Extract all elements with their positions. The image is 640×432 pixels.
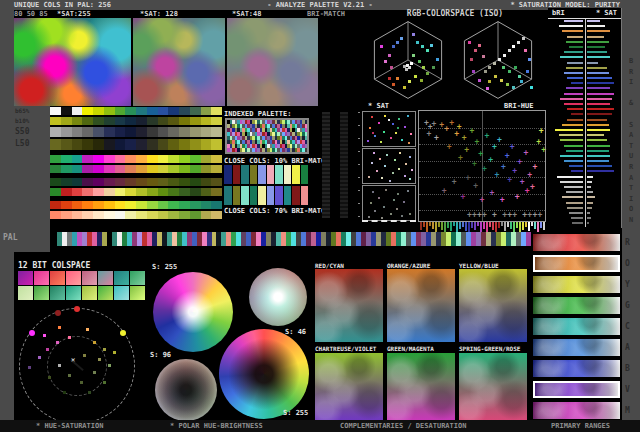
sorted-bars-panel — [50, 107, 222, 225]
hue-point: + — [482, 166, 487, 172]
blob-texture — [533, 360, 620, 377]
colorspace-dot — [418, 60, 421, 63]
scatter-dot — [373, 152, 375, 154]
scatter-dot — [384, 115, 386, 117]
primary-range-strip-G — [533, 297, 620, 314]
colspace12-tile — [114, 271, 129, 285]
close-col-block — [250, 165, 258, 184]
scatter-dot — [371, 116, 373, 118]
histogram-tick — [480, 222, 482, 232]
bar-segment — [115, 127, 126, 137]
bar-segment — [179, 188, 190, 196]
bar-segment — [115, 178, 126, 186]
close-col-block — [292, 186, 300, 205]
bar-segment — [104, 155, 115, 163]
hue-saturation-circle: ✕ — [17, 306, 137, 426]
colorspace-dot — [426, 72, 429, 75]
bar-segment — [82, 211, 93, 219]
bri-bar — [567, 77, 582, 79]
bar-segment — [168, 165, 179, 173]
bar-segment — [104, 178, 115, 186]
scatter-dot — [370, 202, 372, 204]
bar-segment — [115, 165, 126, 173]
footer-primary-ranges: PRIMARY RANGES — [551, 420, 610, 432]
desaturation-overlay — [133, 18, 225, 106]
colorspace-dot — [498, 58, 501, 61]
histogram-tick — [531, 222, 533, 226]
bar-segment — [93, 117, 104, 125]
complementary-label: CHARTREUSE/VIOLET — [315, 345, 376, 352]
histogram-tick — [447, 222, 449, 228]
bri-match-label: BRI-MATCH — [307, 10, 345, 18]
bar-segment — [104, 139, 115, 150]
pal-label: PAL — [3, 233, 17, 242]
bar-label-L50: L50 — [15, 139, 29, 148]
bar-segment — [179, 127, 190, 137]
bar-segment — [125, 117, 136, 125]
primary-range-letter-B: B — [625, 364, 637, 373]
bri-saturation-vertical-label: BRI & SATURATION — [624, 56, 638, 226]
hue-sat-dot — [103, 381, 106, 384]
sat-bar — [587, 181, 592, 183]
scatter-dot — [397, 193, 399, 195]
polar-circle-s255-top — [153, 272, 233, 352]
hue-point: + — [442, 188, 447, 194]
bar-segment — [115, 188, 126, 196]
bar-segment — [72, 155, 83, 163]
palette-strip[interactable] — [52, 232, 530, 246]
bar-segment — [82, 165, 93, 173]
pal-strip-cell[interactable] — [526, 232, 531, 246]
bri-bar — [569, 212, 583, 214]
colspace12-tile — [18, 286, 33, 300]
hue-point: + — [501, 164, 506, 170]
scatter-dot — [385, 189, 387, 191]
sat-bar — [587, 222, 590, 224]
bri-hue-panel: ++++++++++++++++++++++++++++++++++++++++… — [418, 110, 546, 222]
close-col-block — [284, 165, 292, 184]
bri-bar — [566, 87, 583, 89]
colorspace-dot — [508, 70, 511, 73]
sat-bar — [587, 98, 613, 100]
bar-segment — [93, 155, 104, 163]
bar-segment — [201, 155, 212, 163]
bar-segment — [168, 127, 179, 137]
histogram-tick — [525, 222, 527, 227]
bri-bar — [564, 51, 583, 53]
palette-bar — [50, 211, 222, 219]
colorspace-dot — [512, 45, 515, 48]
scatter-dot — [401, 215, 403, 217]
sat-bar — [587, 139, 607, 141]
bar-segment — [211, 165, 222, 173]
hue-sat-dot — [93, 341, 96, 344]
bar-segment — [158, 117, 169, 125]
close-cols-row-70 — [224, 186, 308, 205]
polar-label-2: S: 46 — [285, 328, 306, 336]
colorspace-dot — [392, 45, 395, 48]
palette-cell[interactable] — [305, 148, 308, 152]
scatter-dot — [381, 177, 383, 179]
close-col-block — [284, 186, 292, 205]
sat-bar — [587, 108, 614, 110]
colspace12-tile — [98, 286, 113, 300]
colorspace-dot — [408, 80, 411, 83]
bar-segment — [115, 201, 126, 209]
blob-texture — [533, 318, 620, 335]
hue-point: + — [427, 131, 432, 137]
scatter-dot — [408, 142, 410, 144]
close-col-block — [233, 186, 241, 205]
bri-bar — [571, 170, 583, 172]
bar-segment — [147, 155, 158, 163]
blob-texture — [535, 257, 618, 270]
hue-point: + — [444, 126, 449, 132]
indexed-palette-grid[interactable] — [227, 120, 307, 152]
scatter-dot — [393, 199, 395, 201]
scatter-dot — [374, 210, 376, 212]
bar-segment — [61, 201, 72, 209]
scatter-dot — [390, 213, 392, 215]
colorspace-dot — [436, 58, 439, 61]
voronoi-panel-sat48 — [227, 18, 318, 106]
bar-segment — [50, 188, 61, 196]
bri-bar — [567, 62, 582, 64]
bar-segment — [72, 127, 83, 137]
sat-bar — [587, 77, 613, 79]
